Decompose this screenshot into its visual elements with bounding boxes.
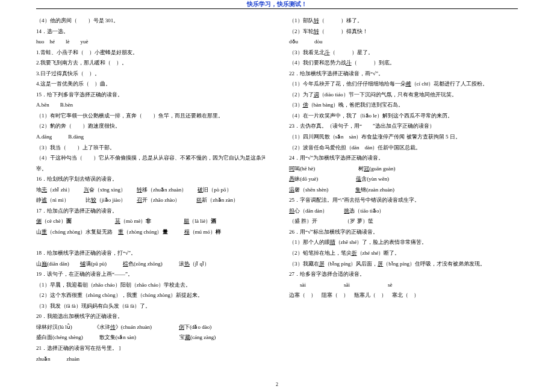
text-line: 2.我要飞到南方去，那儿暖和（ ）。 <box>36 58 265 69</box>
text-line: （3）我看见北斗（ ）星了。 <box>289 48 518 58</box>
text-line: 温馨（shēn shèn) 集锦(zuàn zhuàn) <box>289 185 518 196</box>
text-line: 21．选择正确的读音写在括号里。 ] <box>36 343 265 354</box>
text-line: huo hé lè yuè <box>36 37 265 48</box>
text-line: A.bēn B.bèn <box>36 100 265 111</box>
text-line: sài sāi sè <box>289 280 518 291</box>
text-line: 19．该句子，在正确的读音上画“——”。 <box>36 269 265 280</box>
text-line: 愚昧(dō yuè) 蕴含(yùn wēn) <box>289 174 518 185</box>
text-line: 24．用“√”为加横线字选择正确的读音。 <box>289 153 518 164</box>
text-line: （1）部队转（ ）移了。 <box>289 16 518 26</box>
text-line: 15．给下列多音字选择正确的读音。 <box>36 90 265 101</box>
content-columns: （4）他的房间（ ）号是 301。14．选一选。huo hé lè yuè1.青… <box>36 16 518 374</box>
text-line: （2）车轮转（ ）得真快！ <box>289 26 518 37</box>
text-line: zhuǎn zhuàn <box>36 354 265 365</box>
text-line: 20．我能选出加横线字的正确读音。 <box>36 311 265 322</box>
text-line: 17．给加点的字选择正确的读音。 <box>36 206 265 217</box>
text-line: 23．去伪存真。（读句子，用“ ”选出加点字正确的读音） <box>289 121 518 132</box>
text-line: 侧（cè chè）面 莫（mò mè）非 腊（là liè）酒 <box>36 216 265 227</box>
text-line: 16．给划线的字划去错误的读音。 <box>36 174 265 185</box>
page-number: 2 <box>0 382 554 387</box>
text-line: 山巅(diān dān) 铺满(pū pù) 棕色(zōng zhōng) 滚热… <box>36 259 265 270</box>
text-line: （3）我当（ ）上了班干部。 <box>36 143 265 154</box>
text-line: A.dāng B.dàng <box>36 132 265 143</box>
text-line: 地壳（zhǐ zhì） 兴奋（xīng xìng） 转移（zhuǎn zhuàn… <box>36 185 265 196</box>
text-line: 宰。 <box>36 164 265 175</box>
text-line: （2）这个东西很重（zhòng chòng），我重（chóng zhòng）新提… <box>36 290 265 301</box>
text-line: dǒu dòu <box>289 37 518 48</box>
text-line: （1）今年瓜秧开了花，他们仔仔细细地给每一朵雌（cí chī）花都进行了人工授粉… <box>289 79 518 90</box>
text-line: （4）他的房间（ ）号是 301。 <box>36 16 265 26</box>
text-line: （4）在一片欢笑声中，我了（liǎo le）解到这个西瓜不寻常的来历。 <box>289 111 518 122</box>
text-line: 山重（chóng zhòng）水复疑无路 重（zhòng chóng）量 模（m… <box>36 227 265 238</box>
text-line: （盛 胜）开 （罗 萝）筐 <box>289 216 518 227</box>
text-line <box>36 237 265 248</box>
text-line: 14．选一选。 <box>36 26 265 37</box>
text-line: 呵喝(hē hè) 树冠(guān guàn) <box>289 164 518 175</box>
text-line: （4）我们要和恶势力战斗（ ）到底。 <box>289 58 518 69</box>
text-line: 26．用“√”标出加横线字的正确读音。 <box>289 227 518 238</box>
text-line: （1）早晨，我迎着朝（zhāo cháo）阳朝（zhāo cháo）学校走去。 <box>36 280 265 291</box>
text-line: 18．给加横线字选择正确的读音，打“√”。 <box>36 248 265 259</box>
text-line: 27．给多音字选择合适的读音。 <box>289 269 518 280</box>
text-line: 22．给加横线字选择正确读音，画“√”。 <box>289 69 518 79</box>
text-line: 盛白面(chéng shèng) 散文集(sǎn sàn) 宝藏(cáng zà… <box>36 332 265 343</box>
text-line: 绿林好汉(lù lǜ) 《水浒传》(chuán zhuàn) 倒下(dǎo dà… <box>36 322 265 333</box>
text-line: （3）我发（fā fà）现妈妈有白头发（fā fà）了。 <box>36 301 265 312</box>
text-line: （3）傍（bàn bàng）晚，爸把我们送到宝石岛。 <box>289 100 518 111</box>
text-line: 3.日子过得真快乐（ ）。 <box>36 69 265 79</box>
text-line: 担心（dān dàn） 挑选（tiāo tiǎo） <box>289 206 518 217</box>
text-line: （4）干这种勾当（ ）它从不偷偷摸摸，总是从从容容、不紧不慢的，因为它自认为是这… <box>36 153 265 164</box>
text-line: 4.这是一首优美的乐（ ）曲。 <box>36 79 265 90</box>
text-line: （2）为了调（diào tiáo）节一下沉闷的气氛，只有有意地同他开玩笑。 <box>289 90 518 101</box>
text-line: （1）四川网民散（sǎn sàn）布食盐涨停产传闻 被警方查获拘留 5 日。 <box>289 132 518 143</box>
text-line: 25．字音调配法。用“\”画去括号中错误的读音或生字。 <box>289 195 518 206</box>
text-line: 静谧（nì mì） 比较（jiǎo jiào） 召开（zhāo zhào） 崭新… <box>36 195 265 206</box>
text-line: （1）有时它率领一伙公鹅横成一排，直奔（ ）鱼竿，而且还要赖在那里。 <box>36 111 265 122</box>
text-line: （3）我藏在屏（bǐng píng）风后面，屏（bǐng píng）住呼吸，才没… <box>289 259 518 270</box>
page-header: 快乐学习，快乐测试！ <box>0 0 554 8</box>
text-line: 1.青蛙、小燕子和（ ）小蜜蜂是好朋友。 <box>36 48 265 58</box>
text-line: 边塞（ ） 阻塞（ ） 瓶塞儿（ ） 塞北（ ） <box>289 290 518 301</box>
text-line: （2）豹的奔（ ）跑速度很快。 <box>36 121 265 132</box>
text-line: （1）那个人的眼睛（zhē shé）了，脸上的表情非常痛苦。 <box>289 237 518 248</box>
text-line: （2）铅笔掉在地上，笔尖折（zhé shé）断了。 <box>289 248 518 259</box>
text-line: （2）波音任命马爱伦担（dān dàn）任新中国区总裁。 <box>289 143 518 154</box>
